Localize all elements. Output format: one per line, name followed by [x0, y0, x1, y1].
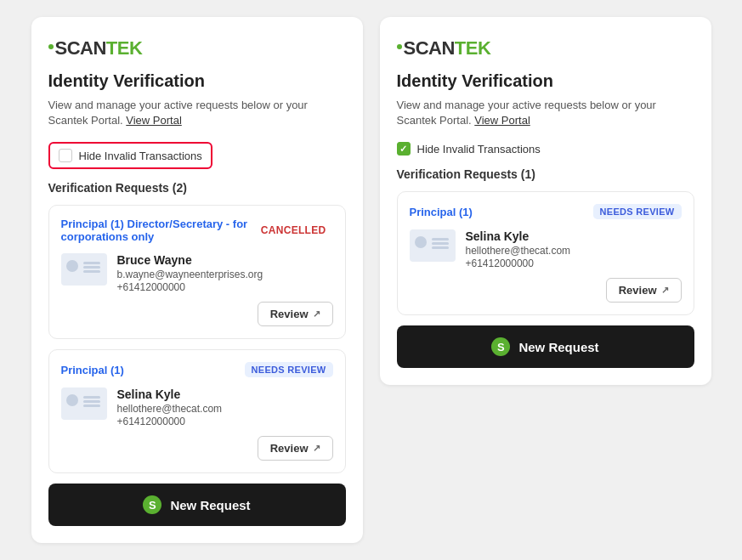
person-info-selina-right: Selina Kyle hellothere@thecat.com +61412…: [466, 229, 571, 269]
section-header-left: Verification Requests (2): [48, 181, 346, 195]
page-title-right: Identity Verification: [397, 71, 694, 91]
card-footer-right-1: Review ↗: [410, 278, 682, 303]
person-phone-selina-left: +61412000000: [117, 416, 223, 427]
card-header-right-1: Principal (1) NEEDS REVIEW: [410, 204, 682, 219]
toggle-row-left[interactable]: Hide Invalid Transactions: [48, 142, 212, 169]
person-email-selina-right: hellothere@thecat.com: [466, 245, 571, 257]
card-title-right-1: Principal (1): [410, 206, 473, 218]
toggle-checkbox-left[interactable]: [59, 149, 72, 162]
logo-scan-text: SCAN: [55, 37, 106, 59]
s-icon-right: S: [491, 337, 510, 356]
person-row-selina-left: Selina Kyle hellothere@thecat.com +61412…: [61, 387, 333, 427]
person-phone-bruce: +61412000000: [117, 281, 263, 293]
logo-dot-right: [397, 44, 402, 49]
logo-right: SCANTEK: [397, 37, 694, 59]
person-info-bruce: Bruce Wayne b.wayne@wayneenterprises.org…: [117, 253, 263, 293]
person-row-selina-right: Selina Kyle hellothere@thecat.com +61412…: [410, 229, 682, 269]
view-portal-link-left[interactable]: View Portal: [126, 114, 182, 127]
id-card-icon-selina-right: [410, 229, 456, 262]
person-name-selina-left: Selina Kyle: [117, 387, 223, 401]
card-title-2: Principal (1): [61, 364, 124, 376]
external-link-icon-selina-left: ↗: [313, 443, 320, 454]
toggle-label-right: Hide Invalid Transactions: [417, 143, 541, 156]
person-email-bruce: b.wayne@wayneenterprises.org: [117, 269, 263, 280]
new-request-label-right: New Request: [518, 340, 598, 354]
view-portal-link-right[interactable]: View Portal: [474, 114, 530, 127]
id-card-icon-bruce: [61, 253, 107, 286]
subtitle-right: View and manage your active requests bel…: [397, 98, 694, 128]
card-footer-2: Review ↗: [61, 436, 333, 461]
logo-dot: [48, 44, 54, 49]
section-header-right: Verification Requests (1): [397, 167, 694, 181]
right-panel: SCANTEK Identity Verification View and m…: [380, 17, 711, 385]
new-request-label-left: New Request: [170, 498, 250, 512]
page-title-left: Identity Verification: [48, 71, 346, 91]
card-selina-kyle-right: Principal (1) NEEDS REVIEW Selina Kyle h…: [397, 191, 694, 315]
review-button-selina-right[interactable]: Review ↗: [606, 278, 682, 303]
id-card-icon-selina-left: [61, 387, 107, 420]
card-header-2: Principal (1) NEEDS REVIEW: [61, 362, 333, 377]
person-name-selina-right: Selina Kyle: [466, 229, 571, 243]
person-info-selina-left: Selina Kyle hellothere@thecat.com +61412…: [117, 387, 223, 427]
logo-tek-text-right: TEK: [455, 37, 491, 59]
s-icon-left: S: [143, 495, 161, 514]
status-badge-needs-review-left: NEEDS REVIEW: [245, 362, 333, 377]
logo-tek-text: TEK: [106, 37, 143, 59]
person-name-bruce: Bruce Wayne: [117, 253, 263, 267]
toggle-label-left: Hide Invalid Transactions: [79, 150, 202, 162]
external-link-icon-selina-right: ↗: [661, 285, 669, 296]
subtitle-left: View and manage your active requests bel…: [48, 98, 346, 128]
card-bruce-wayne: Principal (1) Director/Secretary - for c…: [48, 205, 346, 339]
toggle-checkbox-right[interactable]: [397, 142, 411, 156]
toggle-row-right[interactable]: Hide Invalid Transactions: [397, 142, 694, 156]
review-button-selina-left[interactable]: Review ↗: [258, 436, 333, 461]
person-email-selina-left: hellothere@thecat.com: [117, 403, 223, 415]
external-link-icon-bruce: ↗: [313, 308, 320, 320]
person-phone-selina-right: +61412000000: [466, 257, 571, 269]
left-panel: SCANTEK Identity Verification View and m…: [31, 17, 363, 543]
new-request-button-left[interactable]: S New Request: [48, 484, 346, 526]
status-badge-needs-review-right: NEEDS REVIEW: [593, 204, 682, 219]
status-badge-cancelled: CANCELLED: [254, 222, 333, 239]
review-button-bruce[interactable]: Review ↗: [258, 302, 333, 326]
person-row-bruce: Bruce Wayne b.wayne@wayneenterprises.org…: [61, 253, 333, 293]
logo-left: SCANTEK: [48, 37, 346, 59]
card-selina-kyle-left: Principal (1) NEEDS REVIEW Selina Kyle h…: [48, 349, 346, 473]
card-title-1: Principal (1) Director/Secretary - for c…: [61, 218, 254, 243]
new-request-button-right[interactable]: S New Request: [397, 325, 694, 368]
card-header-1: Principal (1) Director/Secretary - for c…: [61, 218, 333, 243]
card-footer-1: Review ↗: [61, 302, 333, 326]
logo-scan-text-right: SCAN: [404, 37, 455, 59]
